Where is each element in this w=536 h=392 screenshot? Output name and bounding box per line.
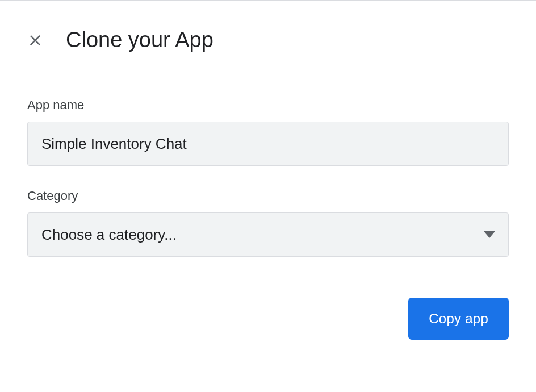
dialog-title: Clone your App <box>66 28 213 52</box>
category-select-wrapper: Choose a category... <box>27 212 509 257</box>
app-name-input[interactable] <box>27 122 509 166</box>
category-select[interactable]: Choose a category... <box>27 212 509 257</box>
clone-app-dialog: Clone your App App name Category Choose … <box>0 1 536 367</box>
dialog-actions: Copy app <box>27 298 509 340</box>
category-label: Category <box>27 189 509 203</box>
copy-app-button[interactable]: Copy app <box>408 298 509 340</box>
dialog-header: Clone your App <box>27 28 509 52</box>
app-name-field-group: App name <box>27 98 509 166</box>
app-name-label: App name <box>27 98 509 112</box>
category-select-value: Choose a category... <box>41 226 177 244</box>
category-field-group: Category Choose a category... <box>27 189 509 257</box>
close-icon[interactable] <box>27 32 43 48</box>
